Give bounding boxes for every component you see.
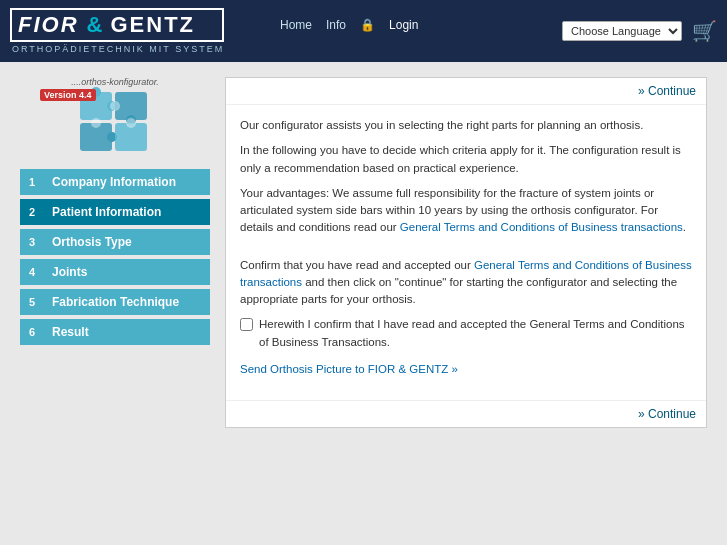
svg-point-10 (126, 118, 136, 128)
panel-bottom-bar: » Continue (226, 400, 706, 427)
cart-icon[interactable]: 🛒 (692, 19, 717, 43)
configurator-logo: ....orthos-konfigurator. Version 4.4 (20, 77, 210, 157)
confirm-post: and then click on "continue" for startin… (240, 276, 677, 305)
nav-home-link[interactable]: Home (280, 18, 312, 32)
terms-section: Confirm that you have read and accepted … (240, 249, 692, 379)
sidebar-item-result[interactable]: 6 Result (20, 319, 210, 345)
lock-icon: 🔒 (360, 18, 375, 32)
intro-3-post: . (683, 221, 686, 233)
logo-area: FIOR & GENTZ ORTHOPÄDIETECHNIK MIT SYSTE… (10, 8, 224, 54)
logo-box: FIOR & GENTZ (10, 8, 224, 42)
nav-number-1: 1 (20, 169, 44, 195)
logo-sub: ORTHOPÄDIETECHNIK MIT SYSTEM (10, 44, 224, 54)
nav-label-patient: Patient Information (44, 199, 210, 225)
confirm-paragraph: Confirm that you have read and accepted … (240, 257, 692, 309)
nav-number-3: 3 (20, 229, 44, 255)
logo-amp: & (85, 10, 105, 40)
confirm-pre: Confirm that you have read and accepted … (240, 259, 474, 271)
send-picture-link[interactable]: Send Orthosis Picture to FIOR & GENTZ » (240, 363, 458, 375)
nav-login-link[interactable]: Login (389, 18, 418, 32)
language-select[interactable]: Choose Language (562, 21, 682, 41)
nav-number-2: 2 (20, 199, 44, 225)
sidebar-item-company[interactable]: 1 Company Information (20, 169, 210, 195)
nav-label-joints: Joints (44, 259, 210, 285)
terms-link-1[interactable]: General Terms and Conditions of Business… (400, 221, 683, 233)
sidebar-item-orthosis[interactable]: 3 Orthosis Type (20, 229, 210, 255)
nav-number-5: 5 (20, 289, 44, 315)
checkbox-label[interactable]: Herewith I confirm that I have read and … (259, 316, 692, 351)
conf-label: ....orthos-konfigurator. (20, 77, 210, 87)
nav-number-4: 4 (20, 259, 44, 285)
nav-label-orthosis: Orthosis Type (44, 229, 210, 255)
sidebar: ....orthos-konfigurator. Version 4.4 (20, 77, 210, 428)
nav-label-company: Company Information (44, 169, 210, 195)
intro-paragraph-1: Our configurator assists you in selectin… (240, 117, 692, 134)
header: FIOR & GENTZ ORTHOPÄDIETECHNIK MIT SYSTE… (0, 0, 727, 62)
logo-gentz: GENTZ (104, 10, 201, 40)
sidebar-item-joints[interactable]: 4 Joints (20, 259, 210, 285)
svg-point-7 (91, 118, 101, 128)
terms-checkbox[interactable] (240, 318, 253, 331)
intro-paragraph-2: In the following you have to decide whic… (240, 142, 692, 177)
checkbox-row: Herewith I confirm that I have read and … (240, 316, 692, 351)
nav-number-6: 6 (20, 319, 44, 345)
continue-bottom-link[interactable]: » Continue (638, 407, 696, 421)
version-badge: Version 4.4 (40, 89, 96, 101)
main-wrapper: ....orthos-konfigurator. Version 4.4 (0, 62, 727, 545)
header-right: Choose Language 🛒 (562, 19, 717, 43)
nav-info-link[interactable]: Info (326, 18, 346, 32)
intro-paragraph-3: Your advantages: We assume full responsi… (240, 185, 692, 237)
header-nav: Home Info 🔒 Login (280, 18, 418, 32)
content-layout: ....orthos-konfigurator. Version 4.4 (20, 77, 707, 428)
panel-body: Our configurator assists you in selectin… (226, 105, 706, 390)
continue-top-link[interactable]: » Continue (638, 84, 696, 98)
panel-top-bar: » Continue (226, 78, 706, 105)
nav-label-fabrication: Fabrication Technique (44, 289, 210, 315)
nav-label-result: Result (44, 319, 210, 345)
svg-point-4 (110, 101, 120, 111)
logo-fior: FIOR (12, 10, 85, 40)
content-panel: » Continue Our configurator assists you … (225, 77, 707, 428)
sidebar-item-patient[interactable]: 2 Patient Information (20, 199, 210, 225)
sidebar-item-fabrication[interactable]: 5 Fabrication Technique (20, 289, 210, 315)
